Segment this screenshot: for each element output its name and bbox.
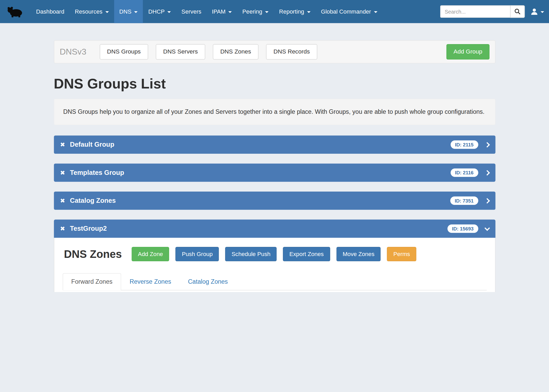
group-bar-testgroup2[interactable]: ✖ TestGroup2 ID: 15693	[54, 220, 495, 238]
group-bar-catalog-zones[interactable]: ✖ Catalog Zones ID: 7351	[54, 192, 495, 210]
chevron-down-icon	[374, 11, 377, 13]
nav-label: DNS	[119, 8, 132, 15]
nav-ipam[interactable]: IPAM	[207, 0, 237, 23]
move-zones-button[interactable]: Move Zones	[336, 247, 381, 261]
tab-reverse-zones[interactable]: Reverse Zones	[121, 274, 180, 290]
bear-logo-icon	[6, 5, 23, 18]
group-id-badge: ID: 7351	[450, 197, 478, 205]
chevron-down-icon	[105, 11, 109, 13]
nav-items: Dashboard Resources DNS DHCP Servers IPA…	[31, 0, 383, 23]
chevron-down-icon	[168, 11, 171, 13]
delete-group-icon[interactable]: ✖	[60, 197, 65, 204]
export-zones-button[interactable]: Export Zones	[283, 247, 330, 261]
delete-group-icon[interactable]: ✖	[60, 141, 65, 148]
nav-peering[interactable]: Peering	[237, 0, 274, 23]
add-group-button[interactable]: Add Group	[446, 44, 489, 60]
delete-group-icon[interactable]: ✖	[60, 225, 65, 232]
user-icon	[530, 8, 538, 16]
nav-label: Resources	[75, 8, 103, 15]
nav-dns[interactable]: DNS	[114, 0, 143, 23]
zone-tabs: Forward Zones Reverse Zones Catalog Zone…	[63, 273, 487, 290]
chevron-right-icon[interactable]	[484, 198, 490, 204]
nav-reporting[interactable]: Reporting	[274, 0, 315, 23]
zones-title: DNS Zones	[64, 248, 122, 260]
schedule-push-button[interactable]: Schedule Push	[225, 247, 277, 261]
navbar-right	[440, 0, 544, 23]
group-name: TestGroup2	[70, 225, 107, 233]
group-id-badge: ID: 2115	[450, 140, 478, 149]
nav-label: Reporting	[279, 8, 304, 15]
chevron-right-icon[interactable]	[484, 170, 490, 175]
header-actions: Actions	[343, 290, 487, 292]
bear-logo[interactable]	[3, 0, 26, 23]
header-zone-status: Zone Status	[297, 290, 343, 292]
dnsv3-toolbar: DNSv3 DNS Groups DNS Servers DNS Zones D…	[54, 40, 495, 63]
dns-servers-button[interactable]: DNS Servers	[156, 44, 205, 60]
chevron-right-icon[interactable]	[484, 142, 490, 147]
nav-global-commander[interactable]: Global Commander	[316, 0, 383, 23]
nav-dashboard[interactable]: Dashboard	[31, 0, 70, 23]
chevron-down-icon	[265, 11, 268, 13]
header-zone-name: ⇅Zone Name	[63, 290, 123, 292]
group-block: ✖ Templates Group ID: 2116	[54, 164, 495, 182]
page-description: DNS Groups help you to organize all of y…	[54, 99, 495, 125]
app-root: Dashboard Resources DNS DHCP Servers IPA…	[0, 0, 549, 292]
header-last-pushed: Last Pushed	[123, 290, 193, 292]
dns-groups-button[interactable]: DNS Groups	[100, 44, 148, 60]
group-name: Templates Group	[70, 169, 124, 177]
nav-label: IPAM	[212, 8, 225, 15]
chevron-down-icon	[307, 11, 310, 13]
nav-label: DHCP	[148, 8, 165, 15]
user-menu[interactable]	[530, 8, 544, 16]
add-zone-button[interactable]: Add Zone	[132, 247, 169, 261]
tab-catalog-zones[interactable]: Catalog Zones	[180, 274, 236, 290]
nav-resources[interactable]: Resources	[70, 0, 114, 23]
table-header-row: ⇅Zone Name Last Pushed ⇅Last Modified Re…	[63, 290, 487, 292]
group-bar-default-group[interactable]: ✖ Default Group ID: 2115	[54, 135, 495, 154]
group-name: Default Group	[70, 141, 114, 149]
dns-zones-button[interactable]: DNS Zones	[213, 44, 258, 60]
nav-label: Servers	[181, 8, 201, 15]
search-button[interactable]	[510, 5, 525, 18]
group-bar-templates-group[interactable]: ✖ Templates Group ID: 2116	[54, 164, 495, 182]
search-icon	[514, 8, 521, 15]
header-records: Records	[262, 290, 297, 292]
chevron-down-icon	[541, 11, 544, 13]
dnsv3-label: DNSv3	[60, 47, 86, 57]
delete-group-icon[interactable]: ✖	[60, 169, 65, 176]
nav-label: Global Commander	[321, 8, 371, 15]
perms-button[interactable]: Perms	[387, 247, 416, 261]
zones-panel: DNS Zones Add Zone Push Group Schedule P…	[54, 238, 495, 292]
page-title: DNS Groups List	[54, 76, 495, 92]
top-navbar: Dashboard Resources DNS DHCP Servers IPA…	[0, 0, 549, 23]
nav-label: Peering	[242, 8, 262, 15]
tab-forward-zones[interactable]: Forward Zones	[63, 273, 121, 290]
nav-dhcp[interactable]: DHCP	[143, 0, 176, 23]
group-block: ✖ Catalog Zones ID: 7351	[54, 192, 495, 210]
group-block: ✖ TestGroup2 ID: 15693 DNS Zones Add Zon…	[54, 220, 495, 292]
nav-label: Dashboard	[36, 8, 64, 15]
chevron-down-icon	[134, 11, 138, 13]
chevron-down-icon	[228, 11, 232, 13]
group-name: Catalog Zones	[70, 197, 116, 205]
nav-servers[interactable]: Servers	[176, 0, 207, 23]
zones-header: DNS Zones Add Zone Push Group Schedule P…	[63, 247, 487, 261]
group-id-badge: ID: 15693	[447, 224, 478, 233]
group-block: ✖ Default Group ID: 2115	[54, 135, 495, 154]
search-input[interactable]	[440, 5, 510, 18]
header-last-modified: ⇅Last Modified	[193, 290, 262, 292]
group-id-badge: ID: 2116	[450, 169, 478, 177]
zones-table: ⇅Zone Name Last Pushed ⇅Last Modified Re…	[63, 290, 487, 292]
chevron-down-icon[interactable]	[484, 225, 490, 231]
push-group-button[interactable]: Push Group	[176, 247, 219, 261]
dns-records-button[interactable]: DNS Records	[266, 44, 317, 60]
